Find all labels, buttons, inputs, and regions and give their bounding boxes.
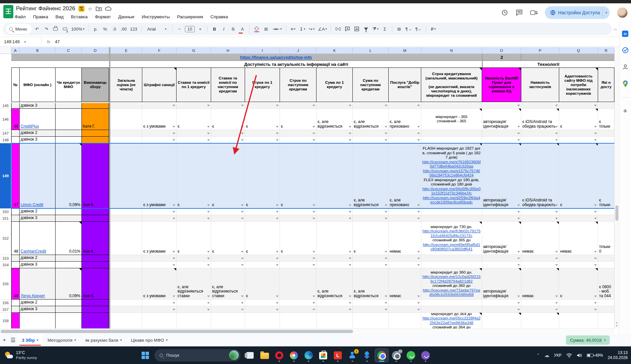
column-header-H[interactable]: H [211, 47, 245, 54]
dropdown-arrow-icon[interactable] [313, 133, 315, 134]
cell-O145[interactable] [482, 103, 521, 109]
search-highlight-thumbnail[interactable] [229, 350, 239, 360]
cell-G150[interactable] [177, 208, 211, 215]
cell-E145[interactable] [110, 103, 142, 109]
cell-O147[interactable] [482, 130, 521, 137]
cell-A158[interactable] [11, 313, 20, 328]
cell-F152[interactable]: є з умовами [142, 222, 177, 255]
cell-Q156[interactable] [559, 300, 598, 306]
dropdown-arrow-icon[interactable] [349, 105, 351, 106]
cell-F149[interactable]: є з умовами [142, 143, 177, 208]
dropdown-arrow-icon[interactable] [385, 126, 387, 128]
menu-0[interactable]: Файл [15, 14, 26, 19]
paint-format-button[interactable] [61, 25, 69, 33]
insert-chart-button[interactable] [353, 25, 361, 33]
dropdown-arrow-icon[interactable] [207, 139, 210, 141]
cell-A145[interactable] [11, 103, 20, 109]
row-header-146[interactable]: 146 [0, 109, 11, 130]
dropdown-arrow-icon[interactable] [349, 126, 351, 128]
cell-G155[interactable]: є, але відрізняються ставки [177, 268, 211, 300]
cell-B156[interactable]: дзвінок 2 [20, 300, 56, 306]
cell-M157[interactable] [389, 306, 421, 313]
cell-Q154[interactable] [559, 262, 598, 268]
column-header-B[interactable]: B [20, 47, 56, 54]
header-cell-A[interactable]: № [11, 67, 20, 102]
cell-M149[interactable]: є, але приховано [389, 143, 421, 208]
cell-N147[interactable] [421, 130, 482, 137]
cell-P151[interactable] [521, 215, 559, 222]
dropdown-arrow-icon[interactable] [207, 251, 210, 253]
dropdown-arrow-icon[interactable] [417, 211, 420, 213]
column-header-M[interactable]: M [389, 47, 421, 54]
cell-E152[interactable] [110, 222, 142, 255]
cell-I147[interactable] [245, 130, 280, 137]
row-header-156[interactable]: 156 [0, 300, 11, 306]
sheet-tab-caret-icon[interactable]: ▾ [37, 338, 39, 342]
insert-link-button[interactable] [334, 25, 342, 33]
cell-G152[interactable]: є [177, 222, 211, 255]
cell-E147[interactable] [110, 130, 142, 137]
cell-C157[interactable] [56, 306, 82, 313]
cell-J158[interactable] [280, 313, 316, 328]
cell-M151[interactable] [389, 215, 421, 222]
borders-button[interactable]: ⊞ [262, 25, 270, 33]
percent-format-button[interactable]: % [101, 25, 109, 33]
onedrive-icon[interactable]: ☁ [544, 352, 549, 358]
cell-I157[interactable] [245, 306, 280, 313]
dropdown-arrow-icon[interactable] [173, 126, 175, 128]
cell-H147[interactable] [211, 130, 245, 137]
cell-C148[interactable] [56, 137, 82, 143]
vertical-scrollbar-thumb[interactable] [615, 205, 618, 221]
dropdown-arrow-icon[interactable] [313, 309, 315, 310]
sheet-tab-1[interactable]: Методологія▾ [43, 334, 80, 346]
cell-N150[interactable] [421, 208, 482, 215]
horizontal-scrollbar[interactable] [0, 328, 614, 334]
vertical-scrollbar[interactable]: ▲ ▼ [614, 47, 619, 328]
share-button[interactable]: Настройки Доступа ▾ [545, 6, 610, 19]
dropdown-arrow-icon[interactable] [207, 296, 210, 297]
cell-A148[interactable] [11, 137, 20, 143]
dropdown-arrow-icon[interactable] [276, 211, 279, 213]
sheet-tab-caret-icon[interactable]: ▾ [166, 338, 168, 342]
dropdown-arrow-icon[interactable] [417, 133, 420, 134]
cell-M153[interactable] [389, 255, 421, 262]
dropdown-arrow-icon[interactable] [417, 218, 420, 219]
dropdown-arrow-icon[interactable] [276, 204, 279, 206]
dropdown-arrow-icon[interactable] [241, 211, 244, 213]
cell-P145[interactable] [521, 103, 559, 109]
cell-G157[interactable] [177, 306, 211, 313]
header-cell-J[interactable]: Строк по наступним кредитам [280, 67, 316, 102]
name-box[interactable]: 149:149 ▾ [0, 39, 35, 44]
cell-F157[interactable] [142, 306, 177, 313]
currency-format-button[interactable]: р. [92, 25, 100, 33]
cell-K150[interactable] [316, 208, 353, 215]
column-header-A[interactable]: A [11, 47, 20, 54]
column-header-G[interactable]: G [177, 47, 211, 54]
header-cell-B[interactable]: МФО (онлайн ) [20, 67, 56, 102]
lun-icon[interactable]: L [331, 349, 344, 362]
icecream-link[interactable]: http://icecream.me/e89e5f5af5d1c80d08937… [423, 242, 480, 252]
column-header-E[interactable]: E [110, 47, 142, 54]
cell-C158[interactable] [56, 313, 82, 328]
dropdown-arrow-icon[interactable] [555, 302, 558, 304]
dropdown-arrow-icon[interactable] [173, 309, 175, 310]
text-color-button[interactable]: A [238, 25, 246, 33]
cell-J151[interactable] [280, 215, 316, 222]
dropdown-arrow-icon[interactable] [313, 218, 315, 219]
dropdown-arrow-icon[interactable] [173, 105, 175, 106]
cell-B146[interactable]: CreditPlus [20, 109, 56, 130]
dropdown-arrow-icon[interactable] [313, 296, 315, 297]
cell-J153[interactable] [280, 255, 316, 262]
cell-E146[interactable] [110, 109, 142, 130]
cell-N155[interactable]: мікрокредит до 360 дн.http://icecream.me… [421, 268, 482, 300]
cell-B145[interactable]: дзвінок 3 [20, 103, 56, 109]
cell-M147[interactable] [389, 130, 421, 137]
cell-M148[interactable] [389, 137, 421, 143]
cell-A151[interactable] [11, 215, 20, 222]
dropdown-arrow-icon[interactable] [276, 133, 279, 134]
cell-G153[interactable] [177, 255, 211, 262]
cell-B149[interactable]: Limon Credit [20, 143, 56, 208]
cell-Q148[interactable] [559, 137, 598, 143]
sheet-tab-2[interactable]: як рахуємо бали▾ [80, 334, 126, 346]
dropdown-arrow-icon[interactable] [517, 139, 520, 141]
